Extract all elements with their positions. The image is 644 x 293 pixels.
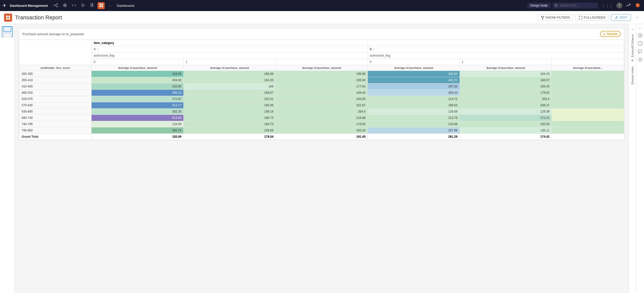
- topbar: ✈ Dashboard Management ··· Dashboards De…: [0, 0, 644, 11]
- app-title: Dashboard Management: [10, 4, 48, 8]
- data-cell: 178.62: [460, 90, 552, 96]
- target-icon[interactable]: [61, 2, 68, 9]
- data-cell: 297.02: [368, 83, 460, 90]
- svg-point-7: [65, 5, 65, 6]
- data-cell: 272.87: [92, 96, 184, 102]
- fullscreen-button[interactable]: FULLSCREEN: [576, 14, 609, 21]
- expand-collapse-label[interactable]: Expand/Collapse: [631, 34, 634, 57]
- col-a-chevron[interactable]: <: [97, 48, 98, 51]
- item-category-header: item_category: [92, 40, 368, 46]
- data-cell: 159.06: [184, 127, 276, 134]
- avg-col-1: Average of purchase_amount: [92, 65, 184, 71]
- data-cell: 183.33: [276, 127, 368, 134]
- trending-icon[interactable]: [624, 3, 632, 9]
- dashboard-icon[interactable]: [98, 2, 105, 9]
- data-cell: 206.55: [276, 96, 368, 102]
- grand-total-cell: 320.09: [92, 134, 184, 140]
- file-icon[interactable]: [89, 2, 96, 9]
- code-icon[interactable]: [70, 2, 77, 9]
- sample-label: Sample: [607, 32, 618, 36]
- sidebar-thumb: [3, 26, 11, 32]
- svg-rect-21: [8, 16, 10, 17]
- avg-col-5: Average of purchase_amount: [460, 65, 552, 71]
- data-cell: 166.07: [460, 77, 552, 83]
- b-val1-header: 1: [460, 59, 552, 65]
- page-title: Transaction Report: [15, 14, 535, 21]
- fullscreen-label: FULLSCREEN: [584, 16, 605, 19]
- header-row-ab: A < B <: [19, 46, 624, 53]
- share-icon[interactable]: [52, 2, 59, 9]
- data-cell: 169: [184, 83, 276, 90]
- data-cell: 302.35: [92, 109, 184, 115]
- edit-button[interactable]: EDIT: [611, 14, 631, 21]
- data-cell: 185.06: [184, 102, 276, 109]
- table-row: 795-850365.73159.06183.33267.96135.11: [19, 127, 624, 134]
- svg-point-0: [57, 4, 58, 5]
- display-totals-label[interactable]: Display totals: [631, 66, 634, 84]
- main-layout: Purchase amount average on tx_prepared ⚠…: [0, 24, 644, 293]
- more-icon[interactable]: ···: [107, 3, 113, 9]
- dashboard-icon-box: [4, 14, 12, 22]
- data-cell: 202.87: [276, 102, 368, 109]
- toolbar-right: SHOW FILTERS FULLSCREEN EDIT: [538, 14, 631, 21]
- chevron-down-icon[interactable]: ⌄: [630, 25, 635, 32]
- data-cell: 135.11: [460, 127, 552, 134]
- data-cell: 208.27: [460, 102, 552, 109]
- row-dim-header: cardholder_fico_score: [19, 65, 92, 71]
- data-cell: 204.4: [276, 109, 368, 115]
- table-row: 740-795124.59184.73178.65216.96165.55: [19, 121, 624, 127]
- data-cell: 165.04: [276, 77, 368, 83]
- grid-apps-icon[interactable]: ⋮⋮⋮: [600, 2, 614, 9]
- svg-text:i: i: [640, 42, 640, 45]
- plus-icon[interactable]: +: [630, 57, 635, 64]
- auth-flag-b-header: authorized_flag: [368, 53, 624, 59]
- pivot-body: 300-355318.09186.66199.99445.03164.15355…: [19, 71, 624, 140]
- design-node-button[interactable]: Design Node: [527, 3, 551, 8]
- show-filters-label: SHOW FILTERS: [546, 16, 570, 19]
- data-cell: 189.44: [276, 90, 368, 96]
- help-icon[interactable]: ?: [616, 3, 622, 9]
- data-cell: 441.21: [368, 77, 460, 83]
- search-input[interactable]: [553, 3, 598, 9]
- edit-label: EDIT: [620, 16, 627, 19]
- b-val0-header: 0: [368, 59, 460, 65]
- svg-marker-8: [82, 4, 85, 7]
- a-extra-header: [276, 59, 368, 65]
- warning-icon: ⚠: [603, 32, 606, 36]
- pivot-title: Purchase amount average on tx_prepared: [22, 32, 84, 36]
- data-cell: 203.4: [460, 96, 552, 102]
- svg-point-33: [638, 58, 642, 62]
- add-circle-icon[interactable]: [638, 33, 642, 39]
- data-cell: [552, 83, 624, 90]
- auth-flag-a-header: authorized_flag: [92, 53, 368, 59]
- item-category-spacer: [368, 40, 624, 46]
- chat-icon[interactable]: [638, 49, 642, 55]
- data-cell: 496.23: [92, 90, 184, 96]
- back-arrow-icon[interactable]: ←: [635, 15, 640, 20]
- sidebar-item-dashboard[interactable]: [2, 26, 13, 37]
- svg-rect-20: [6, 16, 8, 17]
- grand-total-cell: 179.54: [184, 134, 276, 140]
- data-cell: 186.66: [184, 71, 276, 77]
- data-cell: [552, 121, 624, 127]
- col-b-chevron[interactable]: <: [373, 48, 375, 51]
- play-icon[interactable]: [79, 2, 87, 9]
- data-cell: 204.93: [92, 77, 184, 83]
- back-arrow-far-icon[interactable]: ←: [638, 26, 642, 31]
- pivot-scroll[interactable]: item_category A < B <: [19, 40, 624, 140]
- svg-point-32: [639, 59, 641, 60]
- avg-col-2: Average of purchase_amount: [184, 65, 276, 71]
- data-cell: 214.72: [368, 96, 460, 102]
- col-a-label: A: [94, 47, 95, 51]
- settings-icon[interactable]: [638, 57, 642, 63]
- data-cell: [552, 96, 624, 102]
- info-icon[interactable]: i: [638, 41, 642, 47]
- data-cell: 161.05: [184, 77, 276, 83]
- table-row: 630-685302.35198.19204.4129.08129.38: [19, 109, 624, 115]
- data-cell: 613.66: [92, 115, 184, 121]
- grand-total-cell: 191.45: [276, 134, 368, 140]
- notification-icon[interactable]: !: [634, 2, 641, 9]
- right-sidebar: ⌄ Expand/Collapse + Display totals: [628, 24, 636, 293]
- grand-total-cell: 174.42: [460, 134, 552, 140]
- show-filters-button[interactable]: SHOW FILTERS: [538, 14, 573, 21]
